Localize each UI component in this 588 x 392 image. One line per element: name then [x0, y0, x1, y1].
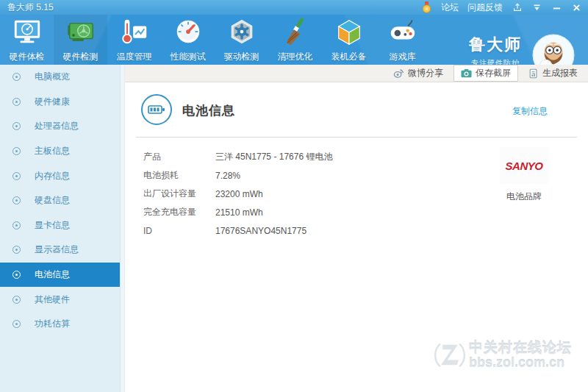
sidebar-item-hardware-health[interactable]: 硬件健康: [0, 90, 120, 115]
weibo-share-button[interactable]: 微博分享: [393, 67, 443, 79]
titlebar: 鲁大师 5.15 论坛 问题反馈: [0, 0, 588, 15]
radio-dot-icon: [12, 147, 21, 155]
cube-icon: [334, 15, 365, 50]
row-label: 产品: [143, 151, 215, 163]
toolbar-item-hardware-checkup[interactable]: 硬件体检: [0, 15, 54, 65]
battery-info-page: 电池信息 复制信息 产品 三洋 45N1775 - 17676 锂电池 电池损耗…: [125, 82, 588, 392]
speedometer-icon: [173, 15, 204, 50]
row-label: 完全充电容量: [143, 206, 215, 218]
row-value: 21510 mWh: [215, 207, 263, 218]
toolbar-item-hardware-detect[interactable]: 硬件检测: [54, 15, 107, 65]
generate-report-button[interactable]: 生成报表: [528, 67, 578, 79]
forum-link[interactable]: 论坛: [441, 1, 459, 14]
row-label: ID: [143, 226, 215, 236]
sidebar-item-disk-info[interactable]: 硬盘信息: [0, 188, 120, 213]
main-panel: 微博分享 保存截屏 生成报表: [125, 65, 588, 392]
sidebar-item-power-estimate[interactable]: 功耗估算: [0, 312, 120, 337]
save-screenshot-button[interactable]: 保存截屏: [453, 65, 518, 82]
table-row: ID 17676SANYO45N1775: [125, 221, 588, 240]
sidebar-item-cpu-info[interactable]: 处理器信息: [0, 114, 120, 139]
sidebar-item-computer-overview[interactable]: 电脑概览: [0, 65, 120, 90]
window-title: 鲁大师 5.15: [7, 1, 54, 14]
row-value: 7.28%: [215, 171, 240, 181]
radio-dot-icon: [12, 271, 21, 279]
brand-slogan: 专注硬件防护: [469, 58, 522, 65]
skin-icon[interactable]: [531, 1, 542, 13]
sidebar-item-other-hardware[interactable]: 其他硬件: [0, 287, 120, 312]
radio-dot-icon: [12, 221, 21, 229]
toolbar-item-label: 清理优化: [278, 51, 313, 63]
toolbar-item-cleanup[interactable]: 清理优化: [268, 15, 322, 65]
row-value: 17676SANYO45N1775: [215, 226, 306, 236]
toolbar-item-label: 性能测试: [171, 51, 206, 63]
radio-dot-icon: [12, 296, 21, 304]
toolbar-item-label: 驱动检测: [224, 51, 259, 63]
weibo-icon: [393, 68, 404, 79]
minimize-button[interactable]: [551, 1, 562, 13]
radio-dot-icon: [12, 73, 21, 81]
main-toolbar: 硬件体检 硬件检测: [0, 15, 588, 65]
close-button[interactable]: [571, 1, 582, 13]
share-icon[interactable]: [512, 1, 523, 13]
sidebar-nav: 电脑概览 硬件健康 处理器信息 主板信息 内存信息 硬盘信息 显卡信息 显示器: [0, 65, 120, 392]
divider: [136, 137, 577, 138]
sidebar-item-motherboard-info[interactable]: 主板信息: [0, 139, 120, 164]
feedback-link[interactable]: 问题反馈: [467, 1, 503, 14]
toolbar-item-performance-test[interactable]: 性能测试: [161, 15, 215, 65]
radio-dot-icon: [12, 196, 21, 204]
copy-info-link[interactable]: 复制信息: [512, 105, 548, 118]
toolbar-item-label: 装机必备: [331, 51, 367, 63]
radio-dot-icon: [12, 246, 21, 254]
radio-dot-icon: [12, 122, 21, 130]
sidebar-item-gpu-info[interactable]: 显卡信息: [0, 213, 120, 238]
toolbar-item-label: 硬件检测: [63, 51, 98, 63]
gpu-card-icon: [65, 15, 96, 50]
gear-hexagon-icon: [226, 15, 257, 50]
table-row: 完全充电容量 21510 mWh: [125, 203, 588, 221]
broom-icon: [280, 15, 311, 50]
medal-icon: [421, 1, 432, 13]
sidebar-item-monitor-info[interactable]: 显示器信息: [0, 238, 120, 263]
toolbar-item-pc-builder[interactable]: 装机必备: [322, 15, 376, 65]
page-title: 电池信息: [182, 102, 235, 119]
mascot-icon: [532, 34, 575, 65]
radio-dot-icon: [12, 172, 21, 180]
action-bar: 微博分享 保存截屏 生成报表: [125, 65, 588, 82]
toolbar-item-game-library[interactable]: 游戏库: [376, 15, 429, 65]
battery-brand-caption: 电池品牌: [495, 190, 553, 203]
row-label: 电池损耗: [143, 169, 215, 182]
report-icon: [528, 68, 539, 79]
toolbar-item-label: 温度管理: [117, 51, 152, 63]
brand-block: 鲁大师 专注硬件防护: [469, 34, 522, 65]
toolbar-item-driver-detect[interactable]: 驱动检测: [215, 15, 268, 65]
monitor-checkup-icon: [12, 15, 43, 50]
toolbar-item-temperature[interactable]: 温度管理: [107, 15, 161, 65]
radio-dot-icon: [12, 98, 21, 106]
ludashi-window: 鲁大师 5.15 论坛 问题反馈: [0, 0, 588, 392]
camera-icon: [461, 68, 472, 79]
sidebar-scrollbar: [120, 65, 125, 392]
sidebar-item-memory-info[interactable]: 内存信息: [0, 163, 120, 188]
thermometer-icon: [119, 15, 150, 50]
row-label: 出厂设计容量: [143, 188, 215, 200]
toolbar-item-label: 游戏库: [390, 51, 416, 63]
battery-brand-logo: SANYO: [500, 147, 548, 184]
row-value: 23200 mWh: [215, 189, 263, 199]
toolbar-item-label: 硬件体检: [10, 51, 45, 63]
gamepad-icon: [387, 15, 418, 50]
battery-icon: [141, 94, 172, 125]
brand-name: 鲁大师: [469, 34, 522, 56]
radio-dot-icon: [12, 320, 21, 328]
row-value: 三洋 45N1775 - 17676 锂电池: [215, 151, 332, 163]
sidebar-item-battery-info[interactable]: 电池信息: [0, 263, 120, 288]
